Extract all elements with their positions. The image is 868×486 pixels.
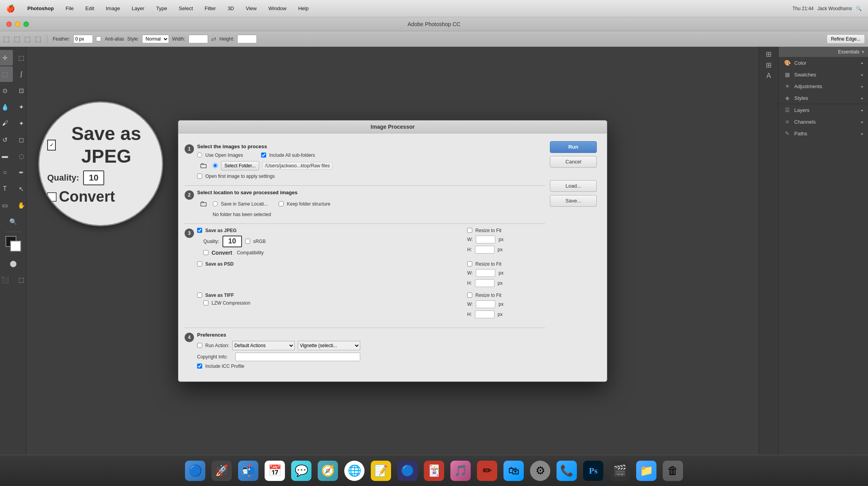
tiff-h-input[interactable] [475,310,494,318]
menu-edit[interactable]: Edit [83,5,96,12]
right-strip-icon-3[interactable]: A [766,72,771,80]
include-subfolders-checkbox[interactable] [261,153,266,158]
brush-tool[interactable]: 🖌 [0,115,13,131]
tiff-w-input[interactable] [476,300,495,308]
eyedropper-tool[interactable]: 💧 [0,99,13,115]
apple-menu[interactable]: 🍎 [6,4,15,13]
lzw-checkbox[interactable] [203,300,208,305]
right-strip-icon-1[interactable]: ⊞ [766,50,772,59]
dock-videoplayer[interactable]: 🎬 [607,458,632,483]
dock-folder[interactable]: 📁 [634,458,659,483]
save-as-tiff-checkbox[interactable] [197,293,202,298]
dock-proxy[interactable]: 🔵 [395,458,420,483]
keep-folder-structure-checkbox[interactable] [279,201,284,206]
menu-window[interactable]: Window [266,5,289,12]
save-as-jpeg-checkbox[interactable] [197,228,202,233]
dock-notes[interactable]: 📝 [368,458,393,483]
jpeg-w-input[interactable] [476,236,495,243]
maximize-button[interactable] [23,21,29,27]
menu-layer[interactable]: Layer [129,5,147,12]
convert-checkbox[interactable] [203,250,208,255]
run-action-checkbox[interactable] [197,343,202,348]
dock-safari[interactable]: 🧭 [315,458,340,483]
menu-search-icon[interactable]: 🔍 [856,6,862,11]
rp-paths[interactable]: ✎ Paths ▸ [779,128,868,139]
load-button[interactable]: Load... [550,180,597,192]
w-label-psd: W: [467,270,473,276]
menu-type[interactable]: Type [154,5,169,12]
dock-poker[interactable]: 🃏 [422,458,446,483]
use-open-images-radio[interactable] [197,153,202,158]
dock-trash[interactable]: 🗑 [660,458,685,483]
shape-tool[interactable]: ▭ [0,197,13,213]
resize-jpeg-checkbox[interactable] [467,228,472,233]
minimize-button[interactable] [15,21,20,27]
dock-finder[interactable]: 🔵 [183,458,208,483]
psd-h-input[interactable] [475,279,494,287]
refine-edge-button[interactable]: Refine Edge... [827,34,865,44]
move-tool[interactable]: ✛ [0,50,13,66]
history-brush-tool[interactable]: ↺ [0,132,13,147]
color-swatch[interactable] [5,236,21,252]
quick-select-tool[interactable]: ⊙ [0,83,13,98]
save-as-psd-checkbox[interactable] [197,261,202,266]
rp-layers[interactable]: ☰ Layers ▸ [779,104,868,116]
background-color[interactable] [10,241,21,252]
menu-photoshop[interactable]: Photoshop [25,5,56,12]
right-strip-icon-2[interactable]: ⊞ [766,61,772,69]
rp-swatches[interactable]: ▦ Swatches ▸ [779,69,868,80]
menu-3d[interactable]: 3D [225,5,237,12]
gradient-tool[interactable]: ▬ [0,148,13,164]
open-first-image-checkbox[interactable] [197,174,202,179]
select-folder-radio[interactable] [213,163,218,168]
dock-mail[interactable]: 📬 [236,458,261,483]
rp-adjustments[interactable]: ☀ Adjustments ▸ [779,80,868,92]
rp-styles[interactable]: ◈ Styles ▸ [779,92,868,104]
width-input[interactable] [189,35,208,43]
styles-label: Styles [794,95,808,101]
antialias-checkbox[interactable] [96,36,101,41]
quick-mask-mode[interactable]: ⬤ [5,255,21,271]
dock-itunes[interactable]: 🎵 [448,458,473,483]
action-select[interactable]: Default Actions [232,341,295,350]
menu-view[interactable]: View [244,5,259,12]
dock-launchpad[interactable]: 🚀 [209,458,234,483]
zoom-tool[interactable]: 🔍 [5,214,21,229]
psd-w-input[interactable] [476,269,495,277]
menu-filter[interactable]: Filter [202,5,218,12]
include-icc-checkbox[interactable] [197,364,202,369]
dock-messages[interactable]: 💬 [289,458,314,483]
dock-sysprefs[interactable]: ⚙ [528,458,553,483]
dodge-tool[interactable]: ○ [0,165,13,180]
style-select[interactable]: Normal [142,35,169,43]
dock-skype[interactable]: 📞 [554,458,579,483]
type-tool[interactable]: T [0,181,13,197]
select-folder-button[interactable]: Select Folder... [221,161,259,170]
rp-color[interactable]: 🎨 Color ▸ [779,57,868,69]
resize-psd-checkbox[interactable] [467,261,472,266]
menu-file[interactable]: File [63,5,76,12]
copyright-input[interactable] [235,353,360,361]
dock-vectorize[interactable]: ✏ [475,458,500,483]
dock-photoshop[interactable]: Ps [581,458,606,483]
dock-appstore[interactable]: 🛍 [501,458,526,483]
screen-mode[interactable]: ⬛ [0,272,13,287]
menu-image[interactable]: Image [103,5,122,12]
menu-select[interactable]: Select [176,5,195,12]
save-button[interactable]: Save... [550,195,597,207]
run-button[interactable]: Run [550,141,597,153]
srgb-checkbox[interactable] [245,239,250,244]
resize-tiff-checkbox[interactable] [467,293,472,298]
close-button[interactable] [6,21,12,27]
rectangular-marquee-tool[interactable]: ⬚ [0,66,13,82]
rp-channels[interactable]: ≡ Channels ▸ [779,116,868,128]
action-option-select[interactable]: Vignette (selecti... [298,341,360,350]
save-same-location-radio[interactable] [213,201,218,206]
dock-calendar[interactable]: 📅 [262,458,287,483]
jpeg-h-input[interactable] [475,246,494,254]
height-input[interactable] [237,35,257,43]
feather-input[interactable] [73,35,93,43]
dock-chrome[interactable]: 🌐 [342,458,367,483]
menu-help[interactable]: Help [296,5,311,12]
cancel-button[interactable]: Cancel [550,156,597,168]
